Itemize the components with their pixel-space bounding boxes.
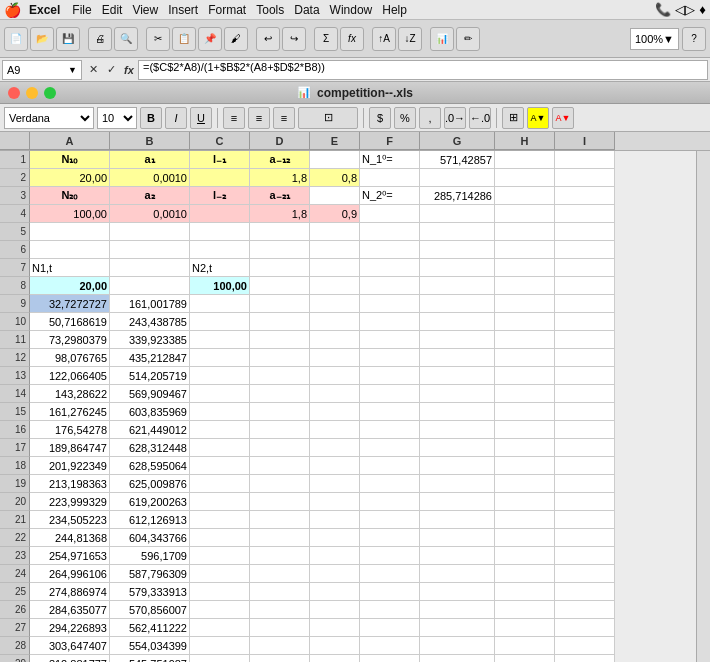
- cell-a29[interactable]: 312,881777: [30, 655, 110, 662]
- cell-b10[interactable]: 243,438785: [110, 313, 190, 331]
- cell-b3[interactable]: a₂: [110, 187, 190, 205]
- row-header-19[interactable]: 19: [0, 475, 30, 493]
- cell-d21[interactable]: [250, 511, 310, 529]
- cell-i25[interactable]: [555, 583, 615, 601]
- cell-e15[interactable]: [310, 403, 360, 421]
- cell-b6[interactable]: [110, 241, 190, 259]
- cell-h15[interactable]: [495, 403, 555, 421]
- cell-b8[interactable]: [110, 277, 190, 295]
- cell-f22[interactable]: [360, 529, 420, 547]
- cell-d16[interactable]: [250, 421, 310, 439]
- cell-e25[interactable]: [310, 583, 360, 601]
- cell-i15[interactable]: [555, 403, 615, 421]
- cell-c3[interactable]: l₋₂: [190, 187, 250, 205]
- row-header-8[interactable]: 8: [0, 277, 30, 295]
- row-header-10[interactable]: 10: [0, 313, 30, 331]
- cell-h26[interactable]: [495, 601, 555, 619]
- cell-c13[interactable]: [190, 367, 250, 385]
- cell-h14[interactable]: [495, 385, 555, 403]
- row-header-1[interactable]: 1: [0, 151, 30, 169]
- help-btn[interactable]: ?: [682, 27, 706, 51]
- col-header-d[interactable]: D: [250, 132, 310, 150]
- cell-h11[interactable]: [495, 331, 555, 349]
- cell-e1[interactable]: [310, 151, 360, 169]
- close-btn[interactable]: [8, 87, 20, 99]
- drawing-btn[interactable]: ✏: [456, 27, 480, 51]
- cell-d4[interactable]: 1,8: [250, 205, 310, 223]
- cell-a12[interactable]: 98,076765: [30, 349, 110, 367]
- open-btn[interactable]: 📂: [30, 27, 54, 51]
- cell-h22[interactable]: [495, 529, 555, 547]
- col-header-b[interactable]: B: [110, 132, 190, 150]
- cell-f25[interactable]: [360, 583, 420, 601]
- cell-c23[interactable]: [190, 547, 250, 565]
- cell-d29[interactable]: [250, 655, 310, 662]
- cell-a18[interactable]: 201,922349: [30, 457, 110, 475]
- cell-i29[interactable]: [555, 655, 615, 662]
- col-header-e[interactable]: E: [310, 132, 360, 150]
- menu-window[interactable]: Window: [330, 3, 373, 17]
- cell-i20[interactable]: [555, 493, 615, 511]
- cell-d2[interactable]: 1,8: [250, 169, 310, 187]
- cell-c19[interactable]: [190, 475, 250, 493]
- cell-c29[interactable]: [190, 655, 250, 662]
- cell-g22[interactable]: [420, 529, 495, 547]
- cell-f23[interactable]: [360, 547, 420, 565]
- row-header-29[interactable]: 29: [0, 655, 30, 662]
- cell-h5[interactable]: [495, 223, 555, 241]
- cell-i14[interactable]: [555, 385, 615, 403]
- cell-c24[interactable]: [190, 565, 250, 583]
- cell-a20[interactable]: 223,999329: [30, 493, 110, 511]
- cell-b22[interactable]: 604,343766: [110, 529, 190, 547]
- cell-h20[interactable]: [495, 493, 555, 511]
- cell-f10[interactable]: [360, 313, 420, 331]
- cell-i19[interactable]: [555, 475, 615, 493]
- row-header-23[interactable]: 23: [0, 547, 30, 565]
- cell-g17[interactable]: [420, 439, 495, 457]
- cell-g10[interactable]: [420, 313, 495, 331]
- cell-e18[interactable]: [310, 457, 360, 475]
- cell-i1[interactable]: [555, 151, 615, 169]
- cell-a6[interactable]: [30, 241, 110, 259]
- cell-e21[interactable]: [310, 511, 360, 529]
- row-header-5[interactable]: 5: [0, 223, 30, 241]
- cell-b16[interactable]: 621,449012: [110, 421, 190, 439]
- cell-c21[interactable]: [190, 511, 250, 529]
- cell-a19[interactable]: 213,198363: [30, 475, 110, 493]
- cell-g7[interactable]: [420, 259, 495, 277]
- cell-b19[interactable]: 625,009876: [110, 475, 190, 493]
- row-header-11[interactable]: 11: [0, 331, 30, 349]
- row-header-14[interactable]: 14: [0, 385, 30, 403]
- cell-d20[interactable]: [250, 493, 310, 511]
- cell-a1[interactable]: N₁₀: [30, 151, 110, 169]
- cell-i24[interactable]: [555, 565, 615, 583]
- cell-d1[interactable]: a₋₁₂: [250, 151, 310, 169]
- cell-d27[interactable]: [250, 619, 310, 637]
- cell-c6[interactable]: [190, 241, 250, 259]
- cell-g16[interactable]: [420, 421, 495, 439]
- cell-c16[interactable]: [190, 421, 250, 439]
- sort-desc-btn[interactable]: ↓Z: [398, 27, 422, 51]
- currency-btn[interactable]: $: [369, 107, 391, 129]
- cell-e8[interactable]: [310, 277, 360, 295]
- row-header-18[interactable]: 18: [0, 457, 30, 475]
- cell-h18[interactable]: [495, 457, 555, 475]
- cell-a2[interactable]: 20,00: [30, 169, 110, 187]
- cell-g27[interactable]: [420, 619, 495, 637]
- cell-a4[interactable]: 100,00: [30, 205, 110, 223]
- save-btn[interactable]: 💾: [56, 27, 80, 51]
- cell-b28[interactable]: 554,034399: [110, 637, 190, 655]
- cell-h23[interactable]: [495, 547, 555, 565]
- cell-g1[interactable]: 571,42857: [420, 151, 495, 169]
- cell-b13[interactable]: 514,205719: [110, 367, 190, 385]
- cell-b9[interactable]: 161,001789: [110, 295, 190, 313]
- cell-e22[interactable]: [310, 529, 360, 547]
- cell-g5[interactable]: [420, 223, 495, 241]
- cell-e2[interactable]: 0,8: [310, 169, 360, 187]
- row-header-25[interactable]: 25: [0, 583, 30, 601]
- cell-b21[interactable]: 612,126913: [110, 511, 190, 529]
- cell-f24[interactable]: [360, 565, 420, 583]
- cell-b5[interactable]: [110, 223, 190, 241]
- row-header-20[interactable]: 20: [0, 493, 30, 511]
- cell-f9[interactable]: [360, 295, 420, 313]
